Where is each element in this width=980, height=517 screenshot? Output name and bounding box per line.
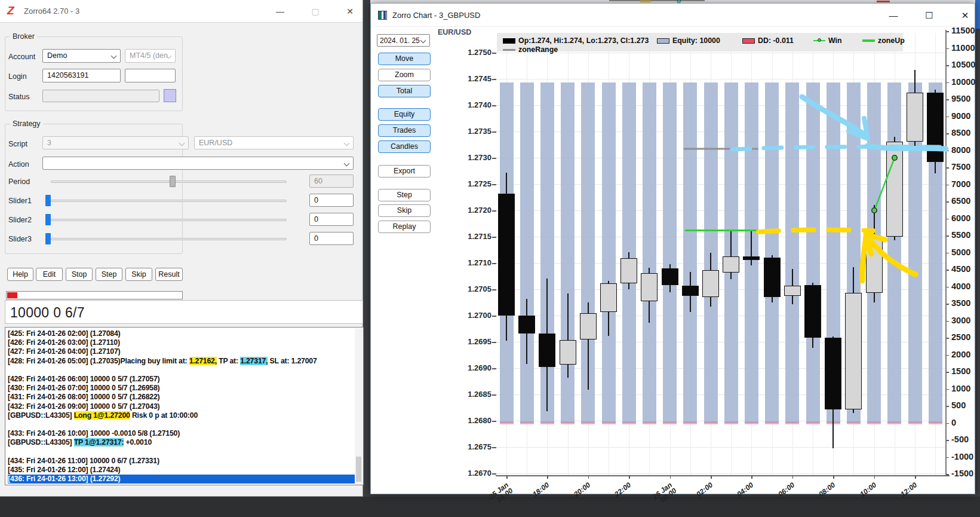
slider2-track[interactable] <box>51 219 287 221</box>
period-label: Period <box>8 178 30 186</box>
slider2-value[interactable]: 0 <box>309 213 354 226</box>
minimize-button[interactable]: — <box>882 8 905 23</box>
background-yellow-mark <box>640 1 651 2</box>
log-line[interactable] <box>8 420 355 429</box>
slider3-label: Slider3 <box>8 235 32 243</box>
progress-bar <box>6 291 183 299</box>
window-title: Zorro64 2.70 - 3 <box>24 7 79 16</box>
date-select[interactable]: 2024. 01. 25 <box>377 34 430 47</box>
log-scrollbar[interactable] <box>355 328 362 485</box>
action-select[interactable] <box>42 157 354 170</box>
chart-button-total[interactable]: Total <box>378 85 431 97</box>
period-slider-thumb[interactable] <box>170 176 176 187</box>
log-line[interactable]: [GBPUSD::L43305] TP 1@1.27317: +0.0010 <box>8 438 355 447</box>
chart-button-move[interactable]: Move <box>378 53 431 65</box>
help-button[interactable]: Help <box>7 268 33 281</box>
broker-type-select: MT4/5 (den <box>125 49 176 63</box>
slider3-value[interactable]: 0 <box>309 232 354 245</box>
chart-button-candles[interactable]: Candles <box>378 140 431 153</box>
zorro-logo-icon: Z <box>7 4 14 17</box>
edit-button[interactable]: Edit <box>36 268 63 281</box>
log-line[interactable]: [434: Fri 24-01-26 11:00] 10000 0 6/7 (1… <box>8 457 355 466</box>
highlight-cyan: 1.27317, <box>240 357 268 365</box>
background-line <box>609 0 705 1</box>
chevron-down-icon <box>344 161 350 167</box>
chevron-down-icon <box>344 140 350 146</box>
window-title: Zorro Chart - 3_GBPUSD <box>392 11 480 20</box>
strategy-group-label: Strategy <box>10 120 43 128</box>
close-button[interactable]: ✕ <box>340 4 360 19</box>
slider1-label: Slider1 <box>8 197 32 205</box>
slider1-value[interactable]: 0 <box>309 194 354 207</box>
slider1-track[interactable] <box>51 200 287 202</box>
login-input[interactable]: 1420563191 <box>42 69 121 82</box>
chart-button-equity[interactable]: Equity <box>378 108 431 121</box>
progress-fill <box>7 292 17 298</box>
symbol-select[interactable]: EUR/USD <box>194 136 354 149</box>
zorro-chart-window: Zorro Chart - 3_GBPUSD — ☐ ✕ 2024. 01. 2… <box>370 3 975 494</box>
log-line[interactable]: [432: Fri 24-01-26 09:00] 10000 0 5/7 (1… <box>8 402 355 411</box>
slider3-track[interactable] <box>51 238 287 240</box>
script-label: Script <box>8 140 27 148</box>
result-button[interactable]: Result <box>155 268 183 281</box>
chart-button-skip[interactable]: Skip <box>378 204 431 217</box>
script-select: 3 <box>42 136 189 149</box>
log-scrollbar-thumb[interactable] <box>356 457 361 482</box>
log-line[interactable]: [435: Fri 24-01-26 12:00] (1.27424) <box>8 466 355 475</box>
log-line[interactable]: [433: Fri 24-01-26 10:00] 10000 -0.0010 … <box>8 429 355 438</box>
chart-button-export[interactable]: Export <box>378 165 431 178</box>
chart-button-step[interactable]: Step <box>378 189 431 201</box>
taskbar-strip <box>0 497 980 517</box>
password-input[interactable] <box>125 69 176 82</box>
title-bar[interactable]: Zorro Chart - 3_GBPUSD — ☐ ✕ <box>371 4 975 27</box>
account-select[interactable]: Demo <box>42 49 121 63</box>
log-line[interactable]: [436: Fri 24-01-26 13:00] (1.27292) <box>8 475 355 484</box>
skip-button[interactable]: Skip <box>125 268 152 281</box>
log-line[interactable] <box>8 448 355 457</box>
zorro-main-window: Z Zorro64 2.70 - 3 — ▢ ✕ Broker Account … <box>0 0 363 497</box>
highlight-yellow: Long 1@1.27200 <box>74 411 130 420</box>
status-indicator <box>164 89 176 102</box>
background-red-mark <box>877 1 890 2</box>
action-label: Action <box>8 160 29 169</box>
chevron-down-icon <box>111 53 117 59</box>
step-button[interactable]: Step <box>96 268 122 281</box>
minimize-button[interactable]: — <box>270 4 290 19</box>
stop-button[interactable]: Stop <box>66 268 93 281</box>
chart-button-trades[interactable]: Trades <box>378 124 431 137</box>
status-label: Status <box>8 93 29 101</box>
log-line[interactable]: [430: Fri 24-01-26 07:00] 10000 0 5/7 (1… <box>8 384 355 393</box>
log-line[interactable]: [GBPUSD::L43305] Long 1@1.27200 Risk 0 p… <box>8 411 355 420</box>
log-line[interactable]: [426: Fri 24-01-26 03:00] (1.27110) <box>8 338 355 347</box>
period-value: 60 <box>309 175 354 188</box>
chart-button-zoom[interactable]: Zoom <box>378 69 431 81</box>
close-button[interactable]: ✕ <box>954 8 976 23</box>
log-line[interactable]: [431: Fri 24-01-26 08:00] 10000 0 5/7 (1… <box>8 393 355 402</box>
chart-window-icon <box>378 11 387 20</box>
slider2-thumb[interactable] <box>45 214 51 225</box>
log-line[interactable]: [429: Fri 24-01-26 06:00] 10000 0 5/7 (1… <box>8 375 355 384</box>
chart-button-replay[interactable]: Replay <box>378 221 431 233</box>
broker-group-label: Broker <box>10 32 37 41</box>
title-bar[interactable]: Z Zorro64 2.70 - 3 — ▢ ✕ <box>0 0 362 23</box>
period-slider-track[interactable] <box>51 181 287 183</box>
result-box: 10000 0 6/7 <box>5 300 363 324</box>
log-line[interactable]: [428: Fri 24-01-26 05:00] (1.27035)Placi… <box>8 357 355 366</box>
slider1-thumb[interactable] <box>45 195 51 206</box>
log-line[interactable] <box>8 366 355 375</box>
slider3-thumb[interactable] <box>45 233 51 244</box>
login-label: Login <box>8 72 27 81</box>
chevron-down-icon <box>420 38 426 44</box>
highlight-cyan: TP 1@1.27317: <box>74 438 124 446</box>
account-label: Account <box>8 53 35 61</box>
log-list[interactable]: [425: Fri 24-01-26 02:00] (1.27084)[426:… <box>5 327 364 485</box>
maximize-button[interactable]: ☐ <box>918 8 941 23</box>
status-field <box>42 90 159 102</box>
log-line[interactable]: [427: Fri 24-01-26 04:00] (1.27107) <box>8 347 355 356</box>
chevron-down-icon <box>179 140 185 146</box>
highlight-yellow: 1.27162, <box>189 357 217 365</box>
maximize-button[interactable]: ▢ <box>305 4 325 19</box>
result-text: 10000 0 6/7 <box>10 305 85 321</box>
log-line[interactable]: [425: Fri 24-01-26 02:00] (1.27084) <box>8 329 355 338</box>
slider2-label: Slider2 <box>8 216 32 224</box>
